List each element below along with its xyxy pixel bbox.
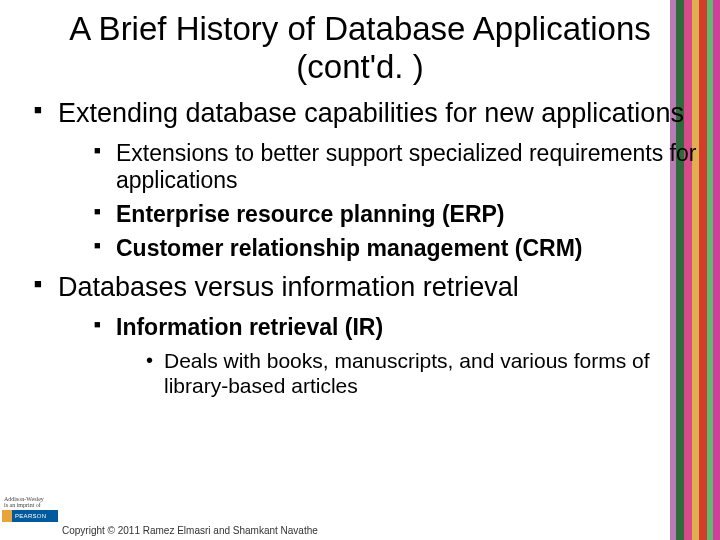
bullet-2-sub-1-text: Information retrieval (IR) (116, 314, 383, 340)
imprint-text: Addison-Wesley is an imprint of (4, 496, 44, 508)
bullet-1-sub-2: Enterprise resource planning (ERP) (94, 201, 700, 229)
bullet-2-sub-1-detail-1: Deals with books, manuscripts, and vario… (146, 348, 700, 398)
bullet-2-sub-1: Information retrieval (IR) Deals with bo… (94, 314, 700, 398)
slide-content: Extending database capabilities for new … (0, 92, 720, 398)
decorative-stripes (670, 0, 720, 540)
pearson-logo: PEARSON (2, 510, 58, 522)
bullet-2: Databases versus information retrieval I… (34, 272, 700, 398)
slide: A Brief History of Database Applications… (0, 0, 720, 540)
bullet-1-sub-1: Extensions to better support specialized… (94, 140, 700, 195)
bullet-1-sub-3: Customer relationship management (CRM) (94, 235, 700, 263)
bullet-1: Extending database capabilities for new … (34, 98, 700, 262)
publisher-logo: Addison-Wesley is an imprint of PEARSON (0, 490, 58, 522)
slide-title: A Brief History of Database Applications… (0, 0, 720, 92)
copyright-text: Copyright © 2011 Ramez Elmasri and Shamk… (62, 525, 318, 536)
bullet-2-text: Databases versus information retrieval (58, 272, 519, 302)
bullet-1-text: Extending database capabilities for new … (58, 98, 684, 128)
